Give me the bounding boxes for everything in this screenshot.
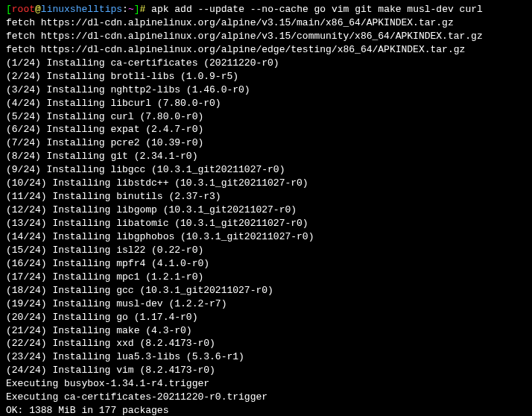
status-line: Executing busybox-1.34.1-r4.trigger xyxy=(6,377,526,391)
install-text: (23/24) Installing lua5.3-libs (5.3.6-r1… xyxy=(6,351,244,362)
install-line: (20/24) Installing go (1.17.4-r0) xyxy=(6,311,526,324)
install-line: (24/24) Installing vim (8.2.4173-r0) xyxy=(6,364,526,377)
install-text: (15/24) Installing isl22 (0.22-r0) xyxy=(6,245,203,256)
install-text: (10/24) Installing libstdc++ (10.3.1_git… xyxy=(6,177,308,189)
status-text: Executing busybox-1.34.1-r4.trigger xyxy=(6,378,209,389)
install-line: (1/24) Installing ca-certificates (20211… xyxy=(6,57,526,70)
install-line: (6/24) Installing expat (2.4.7-r0) xyxy=(6,123,526,136)
install-text: (17/24) Installing mpc1 (1.2.1-r0) xyxy=(6,271,203,283)
install-line: (17/24) Installing mpc1 (1.2.1-r0) xyxy=(6,271,526,284)
install-line: (8/24) Installing git (2.34.1-r0) xyxy=(6,150,526,163)
fetch-text: fetch https://dl-cdn.alpinelinux.org/alp… xyxy=(6,17,454,28)
fetch-line: fetch https://dl-cdn.alpinelinux.org/alp… xyxy=(6,30,526,43)
install-text: (8/24) Installing git (2.34.1-r0) xyxy=(6,151,197,162)
install-text: (2/24) Installing brotli-libs (1.0.9-r5) xyxy=(6,71,238,82)
install-text: (9/24) Installing libgcc (10.3.1_git2021… xyxy=(6,164,285,175)
install-line: (18/24) Installing gcc (10.3.1_git202110… xyxy=(6,284,526,297)
install-line: (2/24) Installing brotli-libs (1.0.9-r5) xyxy=(6,70,526,83)
status-text: Executing ca-certificates-20211220-r0.tr… xyxy=(6,391,267,403)
install-line: (19/24) Installing musl-dev (1.2.2-r7) xyxy=(6,297,526,311)
shell-prompt: [root@linuxshelltips:~]# xyxy=(6,4,151,15)
install-line: (3/24) Installing nghttp2-libs (1.46.0-r… xyxy=(6,83,526,97)
install-line: (11/24) Installing binutils (2.37-r3) xyxy=(6,190,526,204)
install-line: (13/24) Installing libatomic (10.3.1_git… xyxy=(6,217,526,230)
install-text: (20/24) Installing go (1.17.4-r0) xyxy=(6,312,197,323)
install-text: (4/24) Installing libcurl (7.80.0-r0) xyxy=(6,98,221,109)
install-line: (4/24) Installing libcurl (7.80.0-r0) xyxy=(6,97,526,110)
install-text: (12/24) Installing libgomp (10.3.1_git20… xyxy=(6,204,297,215)
install-text: (19/24) Installing musl-dev (1.2.2-r7) xyxy=(6,298,227,309)
fetch-line: fetch https://dl-cdn.alpinelinux.org/alp… xyxy=(6,16,526,30)
install-line: (23/24) Installing lua5.3-libs (5.3.6-r1… xyxy=(6,350,526,364)
terminal-output[interactable]: [root@linuxshelltips:~]# apk add --updat… xyxy=(6,3,526,416)
install-line: (10/24) Installing libstdc++ (10.3.1_git… xyxy=(6,177,526,190)
install-line: (14/24) Installing libgphobos (10.3.1_gi… xyxy=(6,230,526,244)
install-line: (22/24) Installing xxd (8.2.4173-r0) xyxy=(6,337,526,350)
install-text: (22/24) Installing xxd (8.2.4173-r0) xyxy=(6,338,215,349)
command-text: apk add --update --no-cache go vim git m… xyxy=(151,4,483,15)
install-text: (18/24) Installing gcc (10.3.1_git202110… xyxy=(6,285,273,296)
install-line: (9/24) Installing libgcc (10.3.1_git2021… xyxy=(6,163,526,177)
install-text: (7/24) Installing pcre2 (10.39-r0) xyxy=(6,137,203,148)
install-line: (7/24) Installing pcre2 (10.39-r0) xyxy=(6,136,526,150)
install-text: (11/24) Installing binutils (2.37-r3) xyxy=(6,191,221,202)
install-line: (15/24) Installing isl22 (0.22-r0) xyxy=(6,244,526,257)
fetch-text: fetch https://dl-cdn.alpinelinux.org/alp… xyxy=(6,44,465,55)
install-text: (16/24) Installing mpfr4 (4.1.0-r0) xyxy=(6,258,209,269)
install-text: (5/24) Installing curl (7.80.0-r0) xyxy=(6,111,203,122)
install-text: (13/24) Installing libatomic (10.3.1_git… xyxy=(6,218,308,229)
fetch-text: fetch https://dl-cdn.alpinelinux.org/alp… xyxy=(6,31,483,42)
fetch-line: fetch https://dl-cdn.alpinelinux.org/alp… xyxy=(6,43,526,57)
install-line: (21/24) Installing make (4.3-r0) xyxy=(6,324,526,338)
install-text: (1/24) Installing ca-certificates (20211… xyxy=(6,57,279,69)
status-text: OK: 1388 MiB in 177 packages xyxy=(6,405,168,416)
install-text: (24/24) Installing vim (8.2.4173-r0) xyxy=(6,365,215,376)
install-text: (3/24) Installing nghttp2-libs (1.46.0-r… xyxy=(6,84,250,95)
status-line: OK: 1388 MiB in 177 packages xyxy=(6,404,526,416)
install-text: (6/24) Installing expat (2.4.7-r0) xyxy=(6,124,203,135)
status-line: Executing ca-certificates-20211220-r0.tr… xyxy=(6,391,526,404)
install-line: (12/24) Installing libgomp (10.3.1_git20… xyxy=(6,204,526,217)
install-line: (5/24) Installing curl (7.80.0-r0) xyxy=(6,110,526,124)
install-text: (14/24) Installing libgphobos (10.3.1_gi… xyxy=(6,231,314,242)
install-line: (16/24) Installing mpfr4 (4.1.0-r0) xyxy=(6,257,526,271)
command-line: [root@linuxshelltips:~]# apk add --updat… xyxy=(6,3,526,16)
install-text: (21/24) Installing make (4.3-r0) xyxy=(6,325,192,336)
